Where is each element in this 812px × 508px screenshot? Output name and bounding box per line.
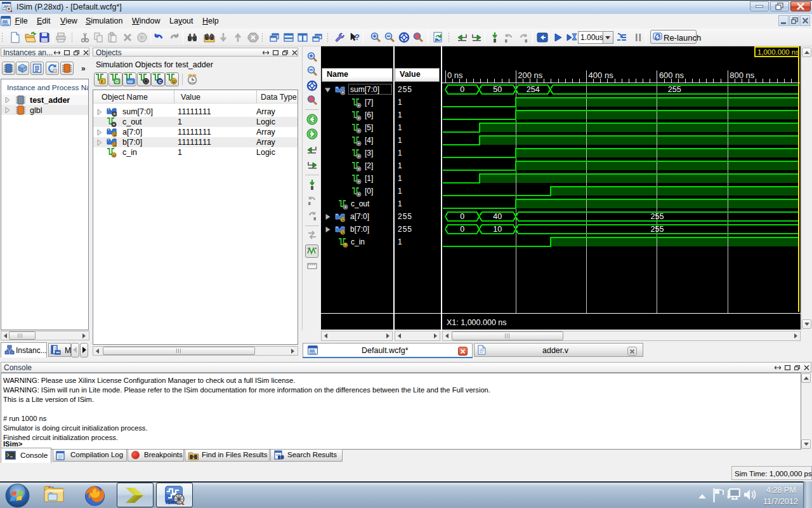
svg-text:800 ns: 800 ns [730, 70, 755, 80]
svg-text:I/O: I/O [128, 80, 133, 84]
svg-text:ISIm: ISIm [166, 499, 178, 505]
svg-text:C: C [159, 79, 162, 84]
svg-text:254: 254 [527, 85, 540, 94]
svg-text:?: ? [355, 32, 360, 42]
svg-text:U: U [113, 142, 116, 147]
svg-text:200 ns: 200 ns [518, 70, 543, 80]
svg-text:O: O [115, 79, 119, 84]
svg-text:400 ns: 400 ns [589, 70, 614, 80]
svg-text:50: 50 [493, 85, 502, 94]
svg-text:255: 255 [651, 212, 664, 221]
svg-text:I: I [102, 79, 103, 84]
svg-text:U: U [113, 132, 116, 137]
svg-text:0 ns: 0 ns [447, 70, 463, 80]
svg-text:1,000.000 ns: 1,000.000 ns [757, 48, 799, 56]
svg-text:255: 255 [668, 85, 681, 94]
svg-text:U: U [113, 154, 115, 157]
svg-text:0: 0 [460, 212, 464, 221]
svg-text:X1: 1,000.000 ns: X1: 1,000.000 ns [447, 318, 507, 327]
svg-text:0: 0 [460, 225, 464, 234]
svg-text:0: 0 [460, 85, 464, 94]
svg-text:10: 10 [493, 225, 502, 234]
svg-text:40: 40 [493, 212, 502, 221]
svg-text:255: 255 [651, 225, 664, 234]
svg-text:U: U [172, 79, 175, 84]
svg-text:600 ns: 600 ns [659, 70, 684, 80]
